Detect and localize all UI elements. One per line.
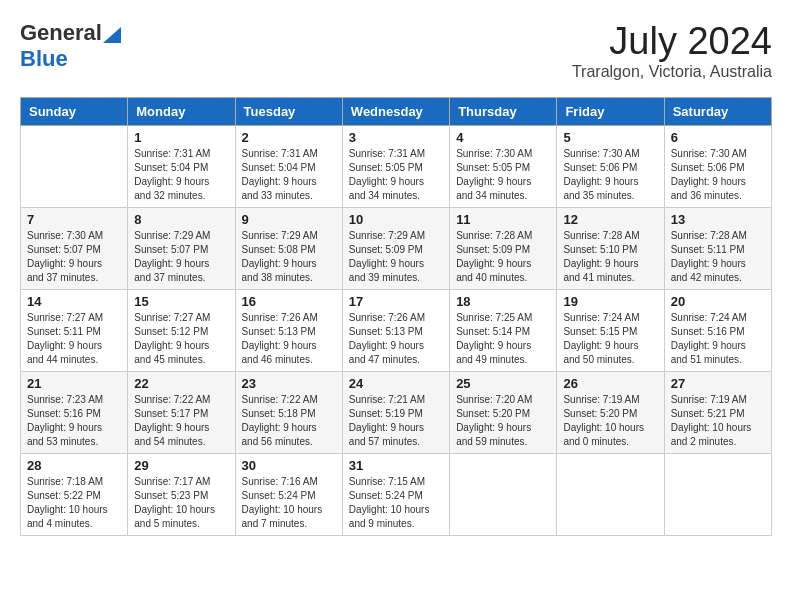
day-info: Sunrise: 7:19 AMSunset: 5:20 PMDaylight:… xyxy=(563,393,657,449)
week-row-4: 21 Sunrise: 7:23 AMSunset: 5:16 PMDaylig… xyxy=(21,372,772,454)
day-info: Sunrise: 7:24 AMSunset: 5:15 PMDaylight:… xyxy=(563,311,657,367)
day-info: Sunrise: 7:16 AMSunset: 5:24 PMDaylight:… xyxy=(242,475,336,531)
day-number: 4 xyxy=(456,130,550,145)
day-number: 18 xyxy=(456,294,550,309)
day-cell: 21 Sunrise: 7:23 AMSunset: 5:16 PMDaylig… xyxy=(21,372,128,454)
day-number: 8 xyxy=(134,212,228,227)
day-info: Sunrise: 7:30 AMSunset: 5:06 PMDaylight:… xyxy=(563,147,657,203)
day-info: Sunrise: 7:20 AMSunset: 5:20 PMDaylight:… xyxy=(456,393,550,449)
logo-general: General xyxy=(20,20,102,46)
day-info: Sunrise: 7:26 AMSunset: 5:13 PMDaylight:… xyxy=(242,311,336,367)
day-cell: 15 Sunrise: 7:27 AMSunset: 5:12 PMDaylig… xyxy=(128,290,235,372)
day-number: 14 xyxy=(27,294,121,309)
day-cell xyxy=(450,454,557,536)
day-cell: 29 Sunrise: 7:17 AMSunset: 5:23 PMDaylig… xyxy=(128,454,235,536)
day-number: 17 xyxy=(349,294,443,309)
day-cell: 25 Sunrise: 7:20 AMSunset: 5:20 PMDaylig… xyxy=(450,372,557,454)
day-number: 19 xyxy=(563,294,657,309)
day-cell: 24 Sunrise: 7:21 AMSunset: 5:19 PMDaylig… xyxy=(342,372,449,454)
day-cell: 30 Sunrise: 7:16 AMSunset: 5:24 PMDaylig… xyxy=(235,454,342,536)
day-info: Sunrise: 7:29 AMSunset: 5:08 PMDaylight:… xyxy=(242,229,336,285)
day-number: 11 xyxy=(456,212,550,227)
day-number: 26 xyxy=(563,376,657,391)
day-cell: 18 Sunrise: 7:25 AMSunset: 5:14 PMDaylig… xyxy=(450,290,557,372)
day-number: 16 xyxy=(242,294,336,309)
header-wednesday: Wednesday xyxy=(342,98,449,126)
header-friday: Friday xyxy=(557,98,664,126)
day-cell: 14 Sunrise: 7:27 AMSunset: 5:11 PMDaylig… xyxy=(21,290,128,372)
day-cell: 10 Sunrise: 7:29 AMSunset: 5:09 PMDaylig… xyxy=(342,208,449,290)
day-cell: 13 Sunrise: 7:28 AMSunset: 5:11 PMDaylig… xyxy=(664,208,771,290)
day-cell xyxy=(21,126,128,208)
day-info: Sunrise: 7:28 AMSunset: 5:09 PMDaylight:… xyxy=(456,229,550,285)
week-row-3: 14 Sunrise: 7:27 AMSunset: 5:11 PMDaylig… xyxy=(21,290,772,372)
header-thursday: Thursday xyxy=(450,98,557,126)
day-cell: 12 Sunrise: 7:28 AMSunset: 5:10 PMDaylig… xyxy=(557,208,664,290)
week-row-1: 1 Sunrise: 7:31 AMSunset: 5:04 PMDayligh… xyxy=(21,126,772,208)
day-cell: 27 Sunrise: 7:19 AMSunset: 5:21 PMDaylig… xyxy=(664,372,771,454)
day-info: Sunrise: 7:27 AMSunset: 5:12 PMDaylight:… xyxy=(134,311,228,367)
day-number: 12 xyxy=(563,212,657,227)
day-info: Sunrise: 7:21 AMSunset: 5:19 PMDaylight:… xyxy=(349,393,443,449)
day-info: Sunrise: 7:15 AMSunset: 5:24 PMDaylight:… xyxy=(349,475,443,531)
svg-marker-0 xyxy=(103,27,121,43)
day-info: Sunrise: 7:31 AMSunset: 5:05 PMDaylight:… xyxy=(349,147,443,203)
day-cell: 20 Sunrise: 7:24 AMSunset: 5:16 PMDaylig… xyxy=(664,290,771,372)
day-info: Sunrise: 7:29 AMSunset: 5:07 PMDaylight:… xyxy=(134,229,228,285)
day-cell: 1 Sunrise: 7:31 AMSunset: 5:04 PMDayligh… xyxy=(128,126,235,208)
day-number: 24 xyxy=(349,376,443,391)
day-info: Sunrise: 7:18 AMSunset: 5:22 PMDaylight:… xyxy=(27,475,121,531)
day-info: Sunrise: 7:31 AMSunset: 5:04 PMDaylight:… xyxy=(242,147,336,203)
day-number: 3 xyxy=(349,130,443,145)
day-cell xyxy=(664,454,771,536)
calendar-header-row: SundayMondayTuesdayWednesdayThursdayFrid… xyxy=(21,98,772,126)
day-number: 31 xyxy=(349,458,443,473)
week-row-5: 28 Sunrise: 7:18 AMSunset: 5:22 PMDaylig… xyxy=(21,454,772,536)
logo-blue: Blue xyxy=(20,46,68,71)
day-cell: 26 Sunrise: 7:19 AMSunset: 5:20 PMDaylig… xyxy=(557,372,664,454)
day-info: Sunrise: 7:24 AMSunset: 5:16 PMDaylight:… xyxy=(671,311,765,367)
day-info: Sunrise: 7:19 AMSunset: 5:21 PMDaylight:… xyxy=(671,393,765,449)
day-number: 20 xyxy=(671,294,765,309)
day-info: Sunrise: 7:25 AMSunset: 5:14 PMDaylight:… xyxy=(456,311,550,367)
page-header: General Blue July 2024 Traralgon, Victor… xyxy=(20,20,772,81)
day-number: 9 xyxy=(242,212,336,227)
location-label: Traralgon, Victoria, Australia xyxy=(572,63,772,81)
day-info: Sunrise: 7:30 AMSunset: 5:06 PMDaylight:… xyxy=(671,147,765,203)
day-number: 2 xyxy=(242,130,336,145)
day-cell: 22 Sunrise: 7:22 AMSunset: 5:17 PMDaylig… xyxy=(128,372,235,454)
day-number: 27 xyxy=(671,376,765,391)
header-tuesday: Tuesday xyxy=(235,98,342,126)
day-number: 1 xyxy=(134,130,228,145)
day-cell: 2 Sunrise: 7:31 AMSunset: 5:04 PMDayligh… xyxy=(235,126,342,208)
day-number: 10 xyxy=(349,212,443,227)
day-cell: 5 Sunrise: 7:30 AMSunset: 5:06 PMDayligh… xyxy=(557,126,664,208)
day-number: 22 xyxy=(134,376,228,391)
day-cell: 17 Sunrise: 7:26 AMSunset: 5:13 PMDaylig… xyxy=(342,290,449,372)
logo-triangle-icon xyxy=(103,23,121,43)
day-number: 25 xyxy=(456,376,550,391)
day-cell: 16 Sunrise: 7:26 AMSunset: 5:13 PMDaylig… xyxy=(235,290,342,372)
day-cell: 3 Sunrise: 7:31 AMSunset: 5:05 PMDayligh… xyxy=(342,126,449,208)
day-number: 29 xyxy=(134,458,228,473)
day-info: Sunrise: 7:23 AMSunset: 5:16 PMDaylight:… xyxy=(27,393,121,449)
day-cell: 7 Sunrise: 7:30 AMSunset: 5:07 PMDayligh… xyxy=(21,208,128,290)
day-info: Sunrise: 7:26 AMSunset: 5:13 PMDaylight:… xyxy=(349,311,443,367)
calendar-table: SundayMondayTuesdayWednesdayThursdayFrid… xyxy=(20,97,772,536)
day-number: 7 xyxy=(27,212,121,227)
day-number: 15 xyxy=(134,294,228,309)
week-row-2: 7 Sunrise: 7:30 AMSunset: 5:07 PMDayligh… xyxy=(21,208,772,290)
day-info: Sunrise: 7:29 AMSunset: 5:09 PMDaylight:… xyxy=(349,229,443,285)
month-title: July 2024 xyxy=(572,20,772,63)
day-cell: 6 Sunrise: 7:30 AMSunset: 5:06 PMDayligh… xyxy=(664,126,771,208)
day-cell: 11 Sunrise: 7:28 AMSunset: 5:09 PMDaylig… xyxy=(450,208,557,290)
day-number: 28 xyxy=(27,458,121,473)
day-cell: 28 Sunrise: 7:18 AMSunset: 5:22 PMDaylig… xyxy=(21,454,128,536)
day-info: Sunrise: 7:22 AMSunset: 5:17 PMDaylight:… xyxy=(134,393,228,449)
day-cell: 8 Sunrise: 7:29 AMSunset: 5:07 PMDayligh… xyxy=(128,208,235,290)
logo: General Blue xyxy=(20,20,122,72)
day-info: Sunrise: 7:22 AMSunset: 5:18 PMDaylight:… xyxy=(242,393,336,449)
day-cell: 19 Sunrise: 7:24 AMSunset: 5:15 PMDaylig… xyxy=(557,290,664,372)
day-info: Sunrise: 7:30 AMSunset: 5:07 PMDaylight:… xyxy=(27,229,121,285)
day-number: 30 xyxy=(242,458,336,473)
